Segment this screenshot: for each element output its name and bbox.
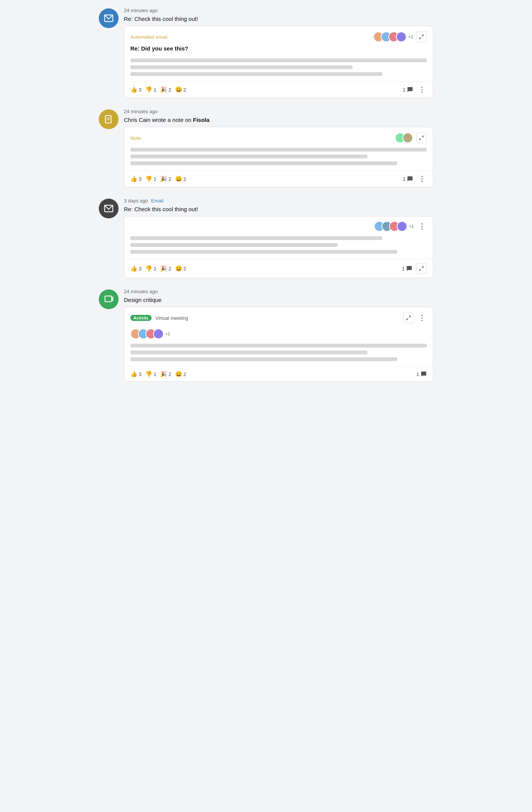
- placeholder-line: [130, 155, 367, 158]
- reaction-celebrate[interactable]: 🎉2: [160, 371, 171, 378]
- meeting-card-1: Activity Virtual meeting ⋮: [124, 307, 433, 382]
- footer-right: 1: [416, 371, 427, 377]
- placeholder-line: [130, 236, 382, 240]
- more-button[interactable]: ⋮: [417, 175, 427, 183]
- meeting-avatars-row: +1: [124, 326, 433, 342]
- reactions: 👍3 👎1 🎉2 😀2: [130, 371, 186, 378]
- item-meta: 24 minutes ago: [124, 109, 433, 114]
- placeholder-line: [130, 344, 427, 348]
- card-lines: [124, 146, 433, 171]
- reactions: 👍3 👎1 🎉2 😀2: [130, 175, 186, 182]
- avatars-group: +1: [373, 32, 413, 42]
- svg-line-13: [407, 318, 408, 320]
- activity-item-email-1: 24 minutes ago Re: Check this cool thing…: [99, 8, 433, 98]
- avatar-count: +1: [409, 224, 414, 229]
- reaction-thumbsdown[interactable]: 👎1: [145, 86, 156, 93]
- placeholder-line: [130, 357, 397, 361]
- virtual-meeting-label: Virtual meeting: [155, 315, 188, 321]
- avatar-count: +1: [165, 332, 170, 336]
- more-button[interactable]: ⋮: [417, 85, 427, 94]
- reaction-smile[interactable]: 😀2: [175, 371, 186, 378]
- meta-label: Email: [151, 198, 164, 204]
- svg-line-10: [420, 269, 421, 270]
- reaction-celebrate[interactable]: 🎉2: [160, 86, 171, 93]
- meta-time: 24 minutes ago: [124, 289, 158, 294]
- card-header-right: [395, 133, 427, 143]
- footer-right: 1 ⋮: [403, 85, 427, 94]
- activity-item-meeting-1: 24 minutes ago Design critique Activity …: [99, 289, 433, 382]
- card-footer: 👍3 👎1 🎉2 😀2 1: [124, 259, 433, 278]
- card-subject: Re: Did you see this?: [124, 45, 433, 55]
- expand-button[interactable]: [416, 133, 427, 143]
- item-content: 24 minutes ago Design critique Activity …: [124, 289, 433, 382]
- item-content: 24 minutes ago Chris Cain wrote a note o…: [124, 109, 433, 187]
- reaction-smile[interactable]: 😀2: [175, 175, 186, 182]
- comment-icon: [407, 87, 413, 93]
- reaction-thumbsdown[interactable]: 👎1: [145, 175, 156, 182]
- avatars-group: [395, 133, 413, 143]
- svg-line-1: [422, 35, 423, 36]
- svg-line-7: [420, 138, 421, 140]
- item-content: 24 minutes ago Re: Check this cool thing…: [124, 8, 433, 98]
- activity-item-note-1: 24 minutes ago Chris Cain wrote a note o…: [99, 109, 433, 187]
- svg-line-9: [422, 267, 423, 268]
- placeholder-line: [130, 161, 397, 165]
- meta-time: 3 days ago: [124, 198, 148, 204]
- comment-count[interactable]: 1: [416, 371, 427, 377]
- action-title: Chris Cain wrote a note on Fisola: [124, 117, 433, 123]
- avatars-group: +1: [374, 221, 414, 232]
- reactions: 👍3 👎1 🎉2 😀2: [130, 86, 186, 93]
- placeholder-line: [130, 65, 353, 69]
- reaction-thumbsup[interactable]: 👍3: [130, 265, 141, 272]
- comment-count[interactable]: 1: [403, 176, 413, 182]
- reaction-thumbsup[interactable]: 👍3: [130, 86, 141, 93]
- comment-icon: [407, 176, 413, 182]
- reaction-thumbsdown[interactable]: 👎1: [145, 265, 156, 272]
- avatar: [99, 289, 119, 309]
- reaction-thumbsdown[interactable]: 👎1: [145, 371, 156, 378]
- placeholder-line: [130, 58, 427, 62]
- avatar-small: [397, 221, 407, 232]
- card-header: Note: [124, 127, 433, 146]
- email-card-1: Automated email +1: [124, 26, 433, 98]
- action-title: Design critique: [124, 297, 433, 303]
- card-header-left: Activity Virtual meeting: [130, 315, 188, 321]
- card-footer: 👍3 👎1 🎉2 😀2 1: [124, 367, 433, 381]
- item-meta: 24 minutes ago: [124, 289, 433, 294]
- item-content: 3 days ago Email Re: Check this cool thi…: [124, 198, 433, 278]
- card-footer: 👍3 👎1 🎉2 😀2 1 ⋮: [124, 171, 433, 187]
- svg-line-6: [422, 136, 423, 137]
- reaction-thumbsup[interactable]: 👍3: [130, 371, 141, 378]
- avatar: [99, 109, 119, 129]
- expand-button[interactable]: [416, 263, 427, 274]
- placeholder-line: [130, 148, 427, 152]
- card-type-label: Automated email: [130, 34, 168, 40]
- avatar-small: [153, 329, 164, 339]
- reaction-thumbsup[interactable]: 👍3: [130, 175, 141, 182]
- reaction-celebrate[interactable]: 🎉2: [160, 175, 171, 182]
- reaction-smile[interactable]: 😀2: [175, 86, 186, 93]
- card-footer: 👍3 👎1 🎉2 😀2 1 ⋮: [124, 81, 433, 98]
- comment-icon: [406, 265, 412, 272]
- expand-button[interactable]: [416, 32, 427, 42]
- avatars-group: +1: [130, 329, 170, 339]
- card-type-label: Note: [130, 135, 141, 141]
- reaction-celebrate[interactable]: 🎉2: [160, 265, 171, 272]
- comment-count[interactable]: 1: [403, 87, 413, 93]
- comment-count[interactable]: 1: [402, 265, 412, 272]
- avatar: [99, 199, 119, 218]
- item-meta: 3 days ago Email: [124, 198, 433, 204]
- card-top-right: +1 ⋮: [124, 216, 433, 233]
- reaction-smile[interactable]: 😀2: [175, 265, 186, 272]
- activity-item-email-2: 3 days ago Email Re: Check this cool thi…: [99, 198, 433, 278]
- svg-line-2: [420, 37, 421, 39]
- email-card-2: +1 ⋮ 👍3 👎1 🎉2 😀2 1: [124, 216, 433, 278]
- more-button[interactable]: ⋮: [417, 222, 427, 231]
- footer-right: 1: [402, 263, 427, 274]
- action-title: Re: Check this cool thing out!: [124, 16, 433, 22]
- placeholder-line: [130, 72, 382, 76]
- svg-rect-3: [105, 115, 111, 123]
- card-header-right: ⋮: [403, 313, 427, 323]
- more-button[interactable]: ⋮: [417, 314, 427, 322]
- expand-button[interactable]: [403, 313, 414, 323]
